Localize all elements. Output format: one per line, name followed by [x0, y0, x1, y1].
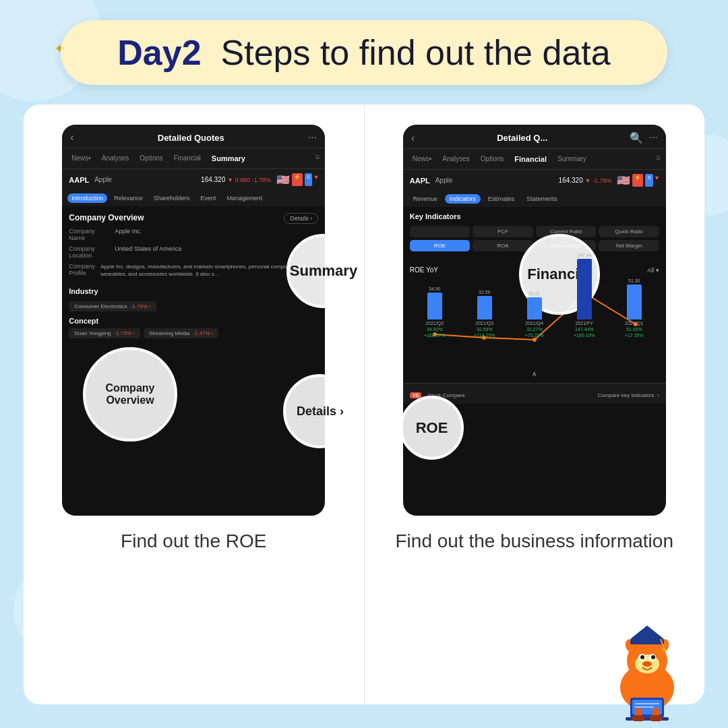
right-stock-price: 164.320 ▼ -1.78%: [559, 177, 612, 184]
concept-label-1: Duan Yongping: [74, 330, 111, 336]
ind-eps[interactable]: [410, 226, 471, 237]
left-stock-row: AAPL Apple 164.320 ▼ 0.980 -1.78% 🇺🇸 ⚡ S…: [62, 169, 325, 190]
subtab-management[interactable]: Management: [222, 193, 266, 203]
ind-tab-indicators[interactable]: Indicators: [445, 194, 481, 204]
right-ticker: AAPL: [410, 177, 430, 185]
concept-label-2: Streaming Meida: [149, 330, 189, 336]
ind-tab-statements[interactable]: Statements: [522, 194, 562, 204]
left-caption: Find out the ROE: [121, 529, 266, 553]
bar-pct2-q4: +75.22%: [525, 333, 544, 338]
bar-pct2-q1-22: +17.35%: [625, 333, 644, 338]
tab-analyses-right[interactable]: Analyses: [438, 153, 474, 165]
subtab-event[interactable]: Event: [196, 193, 220, 203]
details-label: Details ›: [290, 215, 312, 222]
ind-fcf[interactable]: FCF: [473, 226, 533, 237]
search-icon-right[interactable]: 🔍: [630, 131, 643, 144]
concept-change-2: -1.47% ›: [193, 330, 213, 336]
bar-value-fy: 147.44: [577, 253, 591, 257]
bar-value-q1-22: 51.30: [628, 278, 640, 283]
chart-bar-q3: 32.59 2021/Q3 32.59% +118.20%: [460, 290, 510, 338]
tab-summary-left[interactable]: Summary: [208, 152, 249, 164]
more-icon-right[interactable]: ···: [648, 131, 657, 144]
stock-compare-right: Compare key indicators ›: [598, 388, 659, 400]
left-company-content: Company Overview Details › Company Name …: [62, 206, 325, 345]
subtab-relevance[interactable]: Relevance: [110, 193, 147, 203]
bar-label-fy: 2021/FY: [576, 321, 593, 326]
compare-arrow: ›: [657, 392, 659, 398]
roe-callout-text: ROE: [416, 419, 448, 437]
ind-tab-revenue[interactable]: Revenue: [408, 194, 442, 204]
concept-row: Duan Yongping -1.73% › Streaming Meida -…: [69, 328, 318, 338]
left-ticker: AAPL: [69, 176, 89, 184]
compare-key-label: Compare key indicators: [598, 392, 655, 398]
svg-marker-16: [630, 626, 664, 639]
tab-options-right[interactable]: Options: [477, 153, 508, 165]
company-profile-label: Company Profile: [69, 263, 95, 283]
ind-tab-estimates[interactable]: Estimates: [483, 194, 520, 204]
left-phone-tabs: News• Analyses Options Financial Summary…: [62, 148, 325, 169]
concept-tag-2[interactable]: Streaming Meida -1.47% ›: [144, 328, 219, 338]
company-overview-callout: Company Overview: [83, 347, 177, 442]
roe-chart-area: ROE YoY All ▾: [403, 262, 666, 383]
bar-pct2-fy: +100.10%: [574, 333, 595, 338]
bar-label-q2: 2021/Q2: [425, 321, 444, 326]
all-filter-btn[interactable]: All ▾: [647, 267, 659, 274]
subtab-introduction[interactable]: Introduction: [67, 193, 107, 203]
left-price-change: ▼ 0.980 -1.78%: [227, 177, 271, 183]
mascot: [600, 613, 694, 708]
menu-icon-right[interactable]: ≡: [656, 153, 661, 165]
svg-point-10: [640, 655, 644, 659]
company-profile-row: Company Profile Apple Inc. designs, manu…: [69, 263, 318, 283]
right-stock-name: Apple: [435, 177, 453, 184]
bar-label-q4: 2021/Q4: [525, 321, 543, 326]
mascot-svg: [600, 613, 694, 721]
details-callout-text: Details ›: [297, 404, 344, 419]
left-stock-icons: 🇺🇸 ⚡ S ♥: [276, 173, 318, 186]
right-phone-tabs: News• Analyses Options Financial Summary…: [403, 149, 666, 170]
svg-point-11: [651, 655, 655, 659]
tab-summary-right[interactable]: Summary: [553, 153, 590, 165]
tab-news-right[interactable]: News•: [408, 153, 436, 165]
ind-quick-ratio[interactable]: Quick Ratio: [599, 226, 659, 237]
tab-analyses-left[interactable]: Analyses: [98, 152, 133, 164]
bar-label-q1-22: 2022/Q1: [625, 321, 643, 326]
details-button[interactable]: Details ›: [284, 213, 318, 224]
summary-callout-text: Summary: [290, 262, 357, 280]
company-name-row: Company Name Apple Inc.: [69, 228, 318, 241]
bar-q1-22: [627, 284, 642, 320]
ind-roa[interactable]: ROA: [473, 240, 533, 251]
left-stock-price: 164.320 ▼ 0.980 -1.78%: [201, 176, 271, 183]
bar-pct2-q2: +160.57%: [424, 333, 446, 338]
ind-net-margin[interactable]: Net Margin: [599, 240, 659, 251]
industry-tag[interactable]: Consumer Electronics -1.76% ›: [69, 301, 156, 311]
power-icon: ⚡: [292, 173, 303, 186]
right-stock-icons: 🇺🇸 ⚡ S ♥: [617, 174, 659, 187]
roe-yoy-label: ROE YoY: [410, 266, 438, 274]
bar-fy: [577, 259, 592, 320]
svg-point-12: [642, 661, 652, 667]
header-subtitle: Steps to find out the data: [221, 33, 611, 72]
industry-tag-label: Consumer Electronics: [74, 303, 127, 309]
more-icon-left[interactable]: ···: [308, 131, 317, 144]
concept-tag-1[interactable]: Duan Yongping -1.73% ›: [69, 328, 140, 338]
heart-icon-right: ♥: [655, 174, 659, 187]
bar-pct-fy: 147.44%: [575, 327, 594, 332]
tab-financial-right[interactable]: Financial: [510, 153, 551, 165]
tab-options-left[interactable]: Options: [135, 152, 166, 164]
details-callout: Details ›: [283, 374, 357, 448]
subtab-shareholders[interactable]: Shareholders: [150, 193, 194, 203]
tab-financial-left[interactable]: Financial: [170, 152, 205, 164]
right-phone-header: ‹ Detailed Q... 🔍 ···: [403, 125, 666, 149]
left-phone: ‹ Detailed Quotes ··· News• Analyses Opt…: [62, 125, 325, 516]
right-phone-title: Detailed Q...: [415, 133, 630, 143]
company-overview-callout-text: Company Overview: [86, 375, 175, 413]
right-stock-row: AAPL Apple 164.320 ▼ -1.78% 🇺🇸 ⚡ S ♥: [403, 170, 666, 191]
collapse-btn[interactable]: ∧: [410, 367, 659, 379]
tab-news-left[interactable]: News•: [67, 152, 95, 164]
ind-roe[interactable]: ROE: [410, 240, 471, 251]
right-caption: Find out the business information: [396, 529, 673, 553]
right-price-value: 164.320: [559, 177, 583, 184]
bar-pct-q1-22: 51.30%: [626, 327, 642, 332]
svg-point-18: [662, 648, 666, 652]
menu-icon-left[interactable]: ≡: [315, 152, 320, 164]
